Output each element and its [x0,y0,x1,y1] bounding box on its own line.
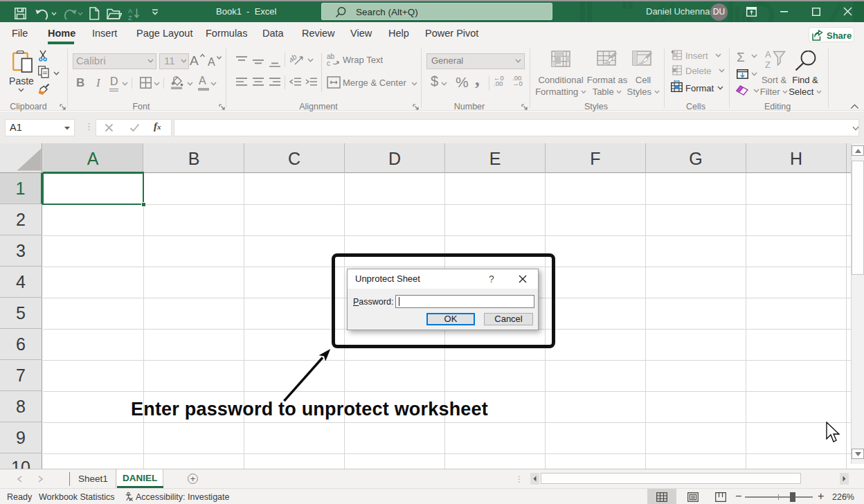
svg-text:A: A [190,53,199,67]
svg-text:A: A [765,49,771,60]
svg-text:Z: Z [128,15,132,21]
svg-text:c: c [327,60,330,66]
svg-text:Z: Z [765,60,771,69]
svg-text:A: A [128,8,132,15]
svg-text:A: A [208,56,215,67]
